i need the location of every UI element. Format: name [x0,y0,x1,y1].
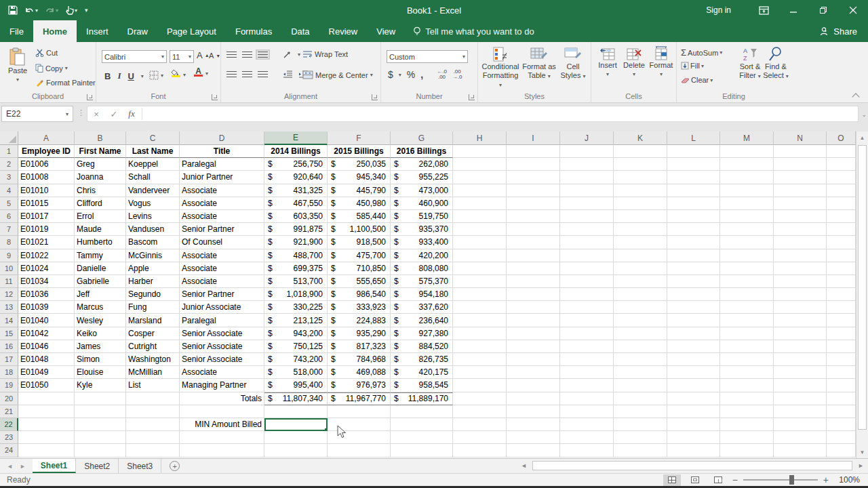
ribbon-tab-formulas[interactable]: Formulas [226,20,281,42]
cell-D2[interactable]: Paralegal [180,158,264,171]
cell-N20[interactable] [774,392,827,405]
cell-B18[interactable]: Elouise [75,366,126,379]
cell-N11[interactable] [774,275,827,288]
cell-A19[interactable]: E01050 [18,379,75,392]
cell-G8[interactable]: $933,400 [391,236,453,249]
cell-I7[interactable] [507,223,560,236]
save-icon[interactable] [5,4,20,16]
column-header-L[interactable]: L [667,131,720,145]
cell-K5[interactable] [614,197,667,210]
cell-L6[interactable] [667,210,720,223]
cell-O8[interactable] [827,236,856,249]
cell-N17[interactable] [774,353,827,366]
cell-G22[interactable] [391,418,453,431]
cell-L11[interactable] [667,275,720,288]
cell-A12[interactable]: E01036 [18,288,75,301]
cell-A11[interactable]: E01034 [18,275,75,288]
cell-G18[interactable]: $420,175 [391,366,453,379]
cell-D8[interactable]: Of Counsel [180,236,264,249]
cell-E18[interactable]: $518,000 [264,366,328,379]
cell-E11[interactable]: $513,700 [264,275,328,288]
cell-G21[interactable] [391,405,453,418]
cell-I24[interactable] [507,444,560,457]
cell-K18[interactable] [614,366,667,379]
cell-K9[interactable] [614,249,667,262]
cell-M9[interactable] [720,249,774,262]
ribbon-tab-draw[interactable]: Draw [118,20,157,42]
cell-E23[interactable] [264,431,328,444]
cell-B13[interactable]: Marcus [75,301,126,314]
share-button[interactable]: Share [809,20,868,42]
sheet-tab-sheet1[interactable]: Sheet1 [33,459,76,473]
cell-N16[interactable] [774,340,827,353]
cell-A17[interactable]: E01048 [18,353,75,366]
cell-O4[interactable] [827,184,856,197]
cell-A24[interactable] [18,444,75,457]
cell-M22[interactable] [720,418,774,431]
cell-J13[interactable] [560,301,614,314]
column-header-G[interactable]: G [391,131,453,145]
cell-H14[interactable] [453,314,507,327]
cell-M24[interactable] [720,444,774,457]
cell-A14[interactable]: E01040 [18,314,75,327]
row-header-3[interactable]: 3 [0,171,18,184]
cell-M6[interactable] [720,210,774,223]
cell-G2[interactable]: $262,080 [391,158,453,171]
cell-J1[interactable] [560,145,614,158]
cell-E14[interactable]: $213,125 [264,314,328,327]
cell-A9[interactable]: E01022 [18,249,75,262]
cell-H15[interactable] [453,327,507,340]
cell-C23[interactable] [126,431,180,444]
enter-icon[interactable]: ✓ [105,109,123,119]
cell-H13[interactable] [453,301,507,314]
cell-L12[interactable] [667,288,720,301]
cell-O15[interactable] [827,327,856,340]
cell-J19[interactable] [560,379,614,392]
align-middle-icon[interactable] [242,52,252,58]
cell-F17[interactable]: $784,968 [328,353,391,366]
cell-L22[interactable] [667,418,720,431]
cell-E12[interactable]: $1,018,900 [264,288,328,301]
cell-O12[interactable] [827,288,856,301]
alignment-dialog-launcher[interactable] [372,94,378,100]
cell-C10[interactable]: Apple [126,262,180,275]
cell-K11[interactable] [614,275,667,288]
zoom-slider[interactable] [743,479,818,481]
cell-H16[interactable] [453,340,507,353]
cell-F7[interactable]: $1,100,500 [328,223,391,236]
cell-M18[interactable] [720,366,774,379]
row-header-12[interactable]: 12 [0,288,18,301]
column-header-F[interactable]: F [328,131,391,145]
cell-K19[interactable] [614,379,667,392]
cut-button[interactable]: Cut [35,49,58,57]
cell-H19[interactable] [453,379,507,392]
cell-I3[interactable] [507,171,560,184]
cell-M15[interactable] [720,327,774,340]
cell-D24[interactable] [180,444,264,457]
cell-L9[interactable] [667,249,720,262]
row-header-14[interactable]: 14 [0,314,18,327]
cell-B7[interactable]: Maude [75,223,126,236]
cell-B12[interactable]: Jeff [75,288,126,301]
hscroll-right-arrow[interactable]: ► [854,462,868,469]
page-layout-view-button[interactable] [686,474,704,486]
cell-H12[interactable] [453,288,507,301]
cell-J4[interactable] [560,184,614,197]
redo-dropdown-caret[interactable]: ▾ [56,7,58,14]
cell-G23[interactable] [391,431,453,444]
ribbon-tab-home[interactable]: Home [33,20,77,42]
cell-A4[interactable]: E01010 [18,184,75,197]
cell-E1[interactable]: 2014 Billings [264,145,328,158]
cell-E16[interactable]: $750,125 [264,340,328,353]
cell-G19[interactable]: $958,545 [391,379,453,392]
cell-H2[interactable] [453,158,507,171]
cell-O20[interactable] [827,392,856,405]
font-family-combo[interactable]: Calibri▾ [102,50,167,63]
cell-J17[interactable] [560,353,614,366]
cell-M23[interactable] [720,431,774,444]
clipboard-dialog-launcher[interactable] [87,94,93,100]
cell-H3[interactable] [453,171,507,184]
close-button[interactable] [838,0,868,20]
cell-B1[interactable]: First Name [75,145,126,158]
cell-B24[interactable] [75,444,126,457]
